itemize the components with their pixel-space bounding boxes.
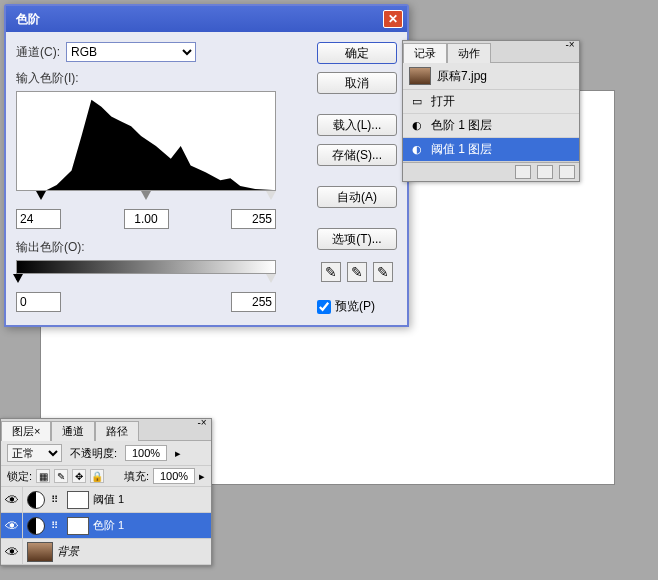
layer-thumbnail[interactable] [27,542,53,562]
panel-close-icon[interactable]: -× [195,417,209,427]
history-item-open[interactable]: ▭ 打开 [403,90,579,114]
lock-all-icon[interactable]: 🔒 [90,469,104,483]
preview-checkbox[interactable] [317,300,331,314]
lock-pixels-icon[interactable]: ✎ [54,469,68,483]
histogram [16,91,276,191]
fill-arrow-icon[interactable]: ▸ [199,470,205,483]
adjustment-icon [27,517,45,535]
tab-paths[interactable]: 路径 [95,421,139,441]
ok-button[interactable]: 确定 [317,42,397,64]
gamma-slider[interactable] [141,191,151,200]
layer-name: 色阶 1 [93,518,211,533]
output-white-slider[interactable] [266,274,276,283]
link-icon: ⠿ [51,520,61,531]
adjustment-icon [27,491,45,509]
eyedropper-white-icon[interactable]: ✎ [373,262,393,282]
save-button[interactable]: 存储(S)... [317,144,397,166]
threshold-icon: ◐ [409,143,425,157]
output-black-field[interactable] [16,292,61,312]
document-thumbnail [409,67,431,85]
history-panel: 记录 动作 -× 原稿7.jpg ▭ 打开 ◐ 色阶 1 图层 ◐ 阈值 1 图… [402,40,580,182]
input-slider-track [16,193,276,203]
new-snapshot-icon[interactable] [515,165,531,179]
dialog-titlebar[interactable]: 色阶 ✕ [6,6,407,32]
output-black-slider[interactable] [13,274,23,283]
open-icon: ▭ [409,95,425,109]
black-point-slider[interactable] [36,191,46,200]
load-button[interactable]: 载入(L)... [317,114,397,136]
channel-select[interactable]: RGB [66,42,196,62]
auto-button[interactable]: 自动(A) [317,186,397,208]
preview-label: 预览(P) [335,298,375,315]
tab-history[interactable]: 记录 [403,43,447,63]
history-item-label: 色阶 1 图层 [431,117,492,134]
levels-dialog: 色阶 ✕ 通道(C): RGB 输入色阶(I): [4,4,409,327]
input-white-field[interactable] [231,209,276,229]
fill-label: 填充: [124,469,149,484]
layer-name: 阈值 1 [93,492,211,507]
dialog-title: 色阶 [10,11,383,28]
cancel-button[interactable]: 取消 [317,72,397,94]
tab-actions[interactable]: 动作 [447,43,491,63]
white-point-slider[interactable] [266,191,276,200]
eyedropper-gray-icon[interactable]: ✎ [347,262,367,282]
visibility-icon[interactable]: 👁 [1,513,23,539]
layer-levels[interactable]: 👁 ⠿ 色阶 1 [1,513,211,539]
opacity-arrow-icon[interactable]: ▸ [175,447,181,460]
tab-channels[interactable]: 通道 [51,421,95,441]
eyedropper-black-icon[interactable]: ✎ [321,262,341,282]
output-white-field[interactable] [231,292,276,312]
close-icon[interactable]: ✕ [383,10,403,28]
input-black-field[interactable] [16,209,61,229]
layers-panel: 图层 × 通道 路径 -× 正常 不透明度: ▸ 锁定: ▦ ✎ ✥ 🔒 填充:… [0,418,212,566]
lock-label: 锁定: [7,469,32,484]
layer-background[interactable]: 👁 背景 [1,539,211,565]
history-item-label: 阈值 1 图层 [431,141,492,158]
history-item-levels[interactable]: ◐ 色阶 1 图层 [403,114,579,138]
layer-threshold[interactable]: 👁 ⠿ 阈值 1 [1,487,211,513]
visibility-icon[interactable]: 👁 [1,487,23,513]
opacity-field[interactable] [125,445,167,461]
visibility-icon[interactable]: 👁 [1,539,23,565]
output-levels-label: 输出色阶(O): [16,239,307,256]
output-slider-track [16,276,276,286]
tab-layers[interactable]: 图层 × [1,421,51,441]
input-levels-label: 输入色阶(I): [16,70,307,87]
layer-mask-thumbnail[interactable] [67,517,89,535]
lock-position-icon[interactable]: ✥ [72,469,86,483]
history-item-threshold[interactable]: ◐ 阈值 1 图层 [403,138,579,162]
input-gamma-field[interactable] [124,209,169,229]
output-gradient [16,260,276,274]
layer-name: 背景 [57,544,211,559]
blend-mode-select[interactable]: 正常 [7,444,62,462]
history-item-label: 打开 [431,93,455,110]
new-doc-icon[interactable] [537,165,553,179]
channel-label: 通道(C): [16,44,60,61]
document-name: 原稿7.jpg [437,68,487,85]
panel-close-icon[interactable]: -× [563,39,577,49]
link-icon: ⠿ [51,494,61,505]
levels-icon: ◐ [409,119,425,133]
options-button[interactable]: 选项(T)... [317,228,397,250]
layer-mask-thumbnail[interactable] [67,491,89,509]
trash-icon[interactable] [559,165,575,179]
opacity-label: 不透明度: [70,446,117,461]
fill-field[interactable] [153,468,195,484]
lock-transparent-icon[interactable]: ▦ [36,469,50,483]
